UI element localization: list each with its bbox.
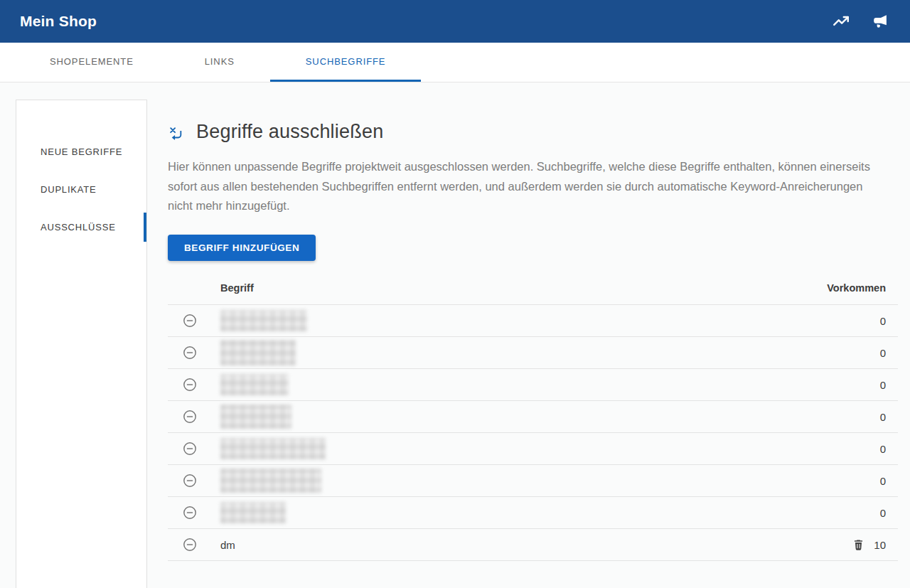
remove-term-icon[interactable] bbox=[183, 314, 197, 328]
page-title-row: Begriffe ausschließen bbox=[168, 121, 898, 143]
remove-term-icon[interactable] bbox=[183, 506, 197, 520]
page-description: Hier können unpassende Begriffe projektw… bbox=[168, 157, 889, 216]
term-cell bbox=[220, 405, 880, 429]
redacted-term bbox=[220, 405, 291, 429]
table-row: 0 bbox=[168, 305, 898, 337]
occurrence-count: 0 bbox=[880, 411, 886, 423]
redacted-term bbox=[220, 469, 321, 493]
occurrence-count: 0 bbox=[880, 443, 886, 455]
exclude-terms-icon bbox=[168, 126, 183, 141]
main-content: Begriffe ausschließen Hier können unpass… bbox=[168, 121, 898, 561]
tab-shopelemente[interactable]: SHOPELEMENTE bbox=[14, 43, 169, 82]
delete-icon[interactable] bbox=[852, 538, 865, 552]
trend-chart-icon[interactable] bbox=[832, 12, 850, 31]
sidebar-item-ausschluesse[interactable]: AUSSCHLÜSSE bbox=[16, 213, 146, 242]
term-cell bbox=[220, 469, 880, 493]
table-row: dm10 bbox=[168, 529, 898, 561]
tab-bar: SHOPELEMENTELINKSSUCHBEGRIFFE bbox=[0, 43, 910, 82]
add-term-button[interactable]: BEGRIFF HINZUFÜGEN bbox=[168, 235, 316, 261]
occurrence-zone: 0 bbox=[880, 347, 886, 359]
sidebar-nav: NEUE BEGRIFFEDUPLIKATEAUSSCHLÜSSE bbox=[16, 137, 146, 242]
remove-term-icon[interactable] bbox=[183, 410, 197, 424]
occurrence-zone: 10 bbox=[852, 538, 886, 552]
app-header: Mein Shop bbox=[0, 0, 910, 43]
redacted-term bbox=[220, 438, 326, 459]
occurrence-count: 0 bbox=[880, 507, 886, 519]
redacted-term bbox=[220, 502, 286, 523]
table-row: 0 bbox=[168, 433, 898, 465]
table-row: 0 bbox=[168, 337, 898, 369]
exclusions-table: Begriff Vorkommen 0000000dm10 bbox=[168, 282, 898, 561]
remove-term-icon[interactable] bbox=[183, 378, 197, 392]
occurrence-zone: 0 bbox=[880, 379, 886, 391]
term-cell bbox=[220, 374, 880, 395]
occurrence-count: 0 bbox=[880, 347, 886, 359]
tab-links[interactable]: LINKS bbox=[169, 43, 270, 82]
term-cell: dm bbox=[220, 539, 852, 551]
header-icons bbox=[832, 12, 889, 31]
megaphone-icon[interactable] bbox=[870, 12, 889, 31]
redacted-term bbox=[220, 374, 289, 395]
column-header-term: Begriff bbox=[220, 282, 254, 294]
redacted-term bbox=[220, 340, 296, 365]
table-header: Begriff Vorkommen bbox=[168, 282, 898, 305]
column-header-occurrences: Vorkommen bbox=[827, 282, 886, 294]
redacted-term bbox=[220, 310, 307, 331]
term-cell bbox=[220, 502, 880, 523]
remove-term-icon[interactable] bbox=[183, 474, 197, 488]
occurrence-count: 0 bbox=[880, 475, 886, 487]
term-cell bbox=[220, 438, 880, 459]
occurrence-count: 10 bbox=[874, 539, 886, 551]
sidebar: NEUE BEGRIFFEDUPLIKATEAUSSCHLÜSSE bbox=[16, 100, 147, 588]
remove-term-icon[interactable] bbox=[183, 538, 197, 552]
table-row: 0 bbox=[168, 401, 898, 433]
occurrence-zone: 0 bbox=[880, 315, 886, 327]
tab-suchbegriffe[interactable]: SUCHBEGRIFFE bbox=[270, 43, 422, 82]
sidebar-item-neue-begriffe[interactable]: NEUE BEGRIFFE bbox=[16, 137, 146, 166]
term-cell bbox=[220, 340, 880, 365]
sidebar-item-duplikate[interactable]: DUPLIKATE bbox=[16, 175, 146, 204]
remove-term-icon[interactable] bbox=[183, 346, 197, 360]
occurrence-zone: 0 bbox=[880, 443, 886, 455]
occurrence-zone: 0 bbox=[880, 507, 886, 519]
remove-term-icon[interactable] bbox=[183, 442, 197, 456]
table-row: 0 bbox=[168, 465, 898, 497]
app-title: Mein Shop bbox=[20, 13, 97, 30]
table-body: 0000000dm10 bbox=[168, 305, 898, 561]
page-title: Begriffe ausschließen bbox=[196, 121, 383, 143]
occurrence-count: 0 bbox=[880, 315, 886, 327]
table-row: 0 bbox=[168, 369, 898, 401]
table-row: 0 bbox=[168, 497, 898, 529]
term-cell bbox=[220, 310, 880, 331]
occurrence-zone: 0 bbox=[880, 475, 886, 487]
occurrence-zone: 0 bbox=[880, 411, 886, 423]
occurrence-count: 0 bbox=[880, 379, 886, 391]
